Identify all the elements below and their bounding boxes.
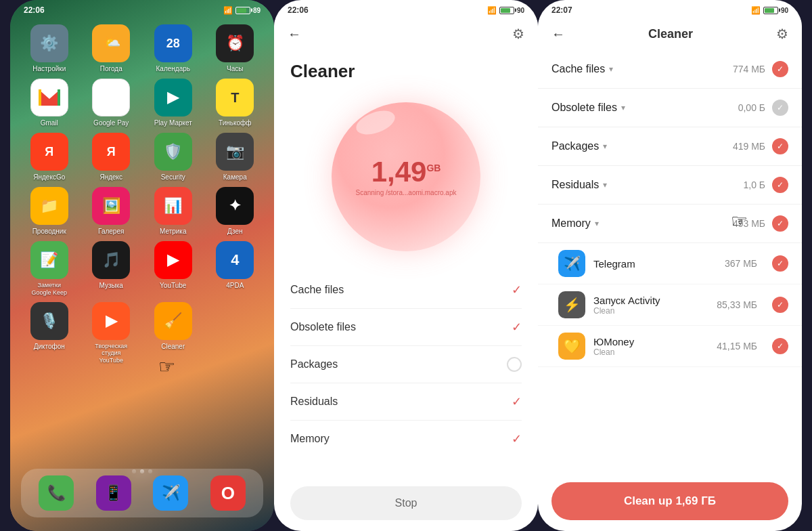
scan-item-residuals: Residuals ✓ <box>290 383 522 421</box>
battery-pct-2: 90 <box>517 7 524 14</box>
svg-rect-3 <box>58 89 60 106</box>
chevron-cache: ▾ <box>609 64 613 74</box>
battery-icon-2 <box>499 7 514 14</box>
cleaner-title-3: Cleaner <box>648 27 693 41</box>
signal-icon-2: 📶 <box>487 6 497 15</box>
cleaner-header-2: ← ⚙ <box>274 18 538 50</box>
dock-phone[interactable]: 📞 <box>39 475 74 511</box>
check-circle-activity[interactable]: ✓ <box>772 297 788 313</box>
scan-item-obsolete: Obsolete files ✓ <box>290 309 522 346</box>
cleaner-header-3: ← Cleaner ⚙ <box>538 18 802 50</box>
settings-icon-2[interactable]: ⚙ <box>512 26 524 42</box>
activity-icon: ⚡ <box>558 291 585 318</box>
result-size-residuals: 1,0 Б <box>743 179 765 190</box>
activity-sub: Clean <box>593 306 708 316</box>
app-security[interactable]: 🛡️ Security <box>145 133 202 182</box>
clean-button[interactable]: Clean up 1,69 ГБ <box>551 482 788 520</box>
dock-telegram[interactable]: ✈️ <box>153 475 188 511</box>
check-cache: ✓ <box>512 282 522 297</box>
result-name-memory: Memory <box>551 217 591 230</box>
result-size-packages: 419 МБ <box>733 141 765 152</box>
telegram-name: Telegram <box>593 258 717 270</box>
app-creative[interactable]: ▶ Творческая студия YouTube <box>83 302 140 364</box>
check-circle-packages[interactable]: ✓ <box>772 138 788 154</box>
app-cleaner[interactable]: 🧹 Cleaner ☞ <box>145 302 202 364</box>
result-packages[interactable]: Packages ▾ 419 МБ ✓ <box>538 127 802 166</box>
dock-opera[interactable]: O <box>210 475 246 511</box>
scan-bubble: 1,49GB Scanning /stora...aomi.macro.apk <box>332 102 480 251</box>
scan-label-packages: Packages <box>290 358 338 370</box>
dock-viber[interactable]: 📱 <box>96 475 131 511</box>
check-circle-residuals[interactable]: ✓ <box>772 177 788 193</box>
signal-icon-3: 📶 <box>751 6 761 15</box>
result-name-obsolete: Obsolete files <box>551 102 617 114</box>
battery-pct-1: 89 <box>253 7 261 14</box>
scan-text: Scanning /stora...aomi.macro.apk <box>356 189 457 196</box>
scan-label-obsolete: Obsolete files <box>290 321 356 333</box>
app-tinkoff[interactable]: Т Тинькофф <box>207 79 264 127</box>
check-circle-cache[interactable]: ✓ <box>772 61 788 77</box>
app-files[interactable]: 📁 Проводник <box>21 187 78 236</box>
check-circle-obsolete[interactable]: ✓ <box>772 100 788 116</box>
result-cache[interactable]: Cache files ▾ 774 МБ ✓ <box>538 50 802 89</box>
check-residuals: ✓ <box>512 394 522 409</box>
app-playmarket[interactable]: ▶ Play Маркет <box>145 79 202 127</box>
result-residuals[interactable]: Residuals ▾ 1,0 Б ✓ <box>538 166 802 205</box>
circle-packages <box>507 357 522 372</box>
app-gallery[interactable]: 🖼️ Галерея <box>83 187 140 236</box>
sub-item-yumoney[interactable]: 💛 ЮMoney Clean 41,15 МБ ✓ <box>538 326 802 367</box>
scan-screen: 22:06 📶 90 ← ⚙ Cleaner 1,49GB Scanning /… <box>274 0 538 531</box>
telegram-size: 367 МБ <box>725 258 757 269</box>
dock-bar: 📞 📱 ✈️ O <box>21 469 263 517</box>
status-time-2: 22:06 <box>288 5 309 15</box>
result-name-residuals: Residuals <box>551 179 599 191</box>
results-screen: 22:07 📶 90 ← Cleaner ⚙ Cache files ▾ 774… <box>538 0 802 531</box>
app-4pda[interactable]: 4 4PDA <box>207 241 264 297</box>
app-weather[interactable]: 🌤️ Погода <box>83 24 140 73</box>
app-yandexgo[interactable]: Я ЯндексGo <box>21 133 78 182</box>
scan-list: Cache files ✓ Obsolete files ✓ Packages … <box>274 272 538 457</box>
result-name-packages: Packages <box>551 140 599 152</box>
cursor-hand-memory: ☞ <box>731 210 748 232</box>
back-button-3[interactable]: ← <box>551 26 565 42</box>
result-size-cache: 774 МБ <box>733 64 765 75</box>
app-dzen[interactable]: ✦ Дзен <box>207 187 264 236</box>
app-grid: ⚙️ Настройки 🌤️ Погода 28 Календарь ⏰ Ча… <box>10 18 274 371</box>
check-obsolete: ✓ <box>512 320 522 335</box>
bubble-size: 1,49GB <box>371 158 441 186</box>
sub-item-activity[interactable]: ⚡ Запуск Activity Clean 85,33 МБ ✓ <box>538 284 802 326</box>
signal-icon: 📶 <box>223 6 233 15</box>
app-metrika[interactable]: 📊 Метрика <box>145 187 202 236</box>
result-name-cache: Cache files <box>551 63 605 75</box>
stop-button[interactable]: Stop <box>290 486 522 520</box>
settings-icon-3[interactable]: ⚙ <box>776 26 788 42</box>
cursor-hand-cleaner: ☞ <box>158 356 175 378</box>
phone-homescreen: 22:06 📶 89 ⚙️ Настройки 🌤️ Погода 28 К <box>10 0 274 531</box>
chevron-residuals: ▾ <box>603 180 607 190</box>
app-music[interactable]: 🎵 Музыка <box>83 241 140 297</box>
app-camera[interactable]: 📷 Камера <box>207 133 264 182</box>
app-clock[interactable]: ⏰ Часы <box>207 24 264 73</box>
activity-size: 85,33 МБ <box>717 299 757 310</box>
scan-item-packages: Packages <box>290 346 522 383</box>
result-obsolete[interactable]: Obsolete files ▾ 0,00 Б ✓ <box>538 89 802 127</box>
check-circle-yumoney[interactable]: ✓ <box>772 338 788 354</box>
result-memory[interactable]: Memory ▾ 493 МБ ✓ ☞ <box>538 205 802 243</box>
app-settings[interactable]: ⚙️ Настройки <box>21 24 78 73</box>
chevron-memory: ▾ <box>595 219 599 228</box>
chevron-packages: ▾ <box>603 142 607 151</box>
app-recorder[interactable]: 🎙️ Диктофон <box>21 302 78 364</box>
check-circle-telegram[interactable]: ✓ <box>772 255 788 272</box>
app-googlepay[interactable]: Google Pay Google Pay <box>83 79 140 127</box>
back-button-2[interactable]: ← <box>288 26 301 42</box>
app-yandex[interactable]: Я Яндекс <box>83 133 140 182</box>
scan-label-cache: Cache files <box>290 284 344 296</box>
app-gmail[interactable]: Gmail <box>21 79 78 127</box>
check-memory: ✓ <box>512 431 522 446</box>
result-size-obsolete: 0,00 Б <box>738 102 765 113</box>
app-youtube[interactable]: ▶ YouTube <box>145 241 202 297</box>
app-notes[interactable]: 📝 Заметки Google Keep <box>21 241 78 297</box>
app-calendar[interactable]: 28 Календарь <box>145 24 202 73</box>
sub-item-telegram[interactable]: ✈️ Telegram 367 МБ ✓ <box>538 243 802 284</box>
check-circle-memory[interactable]: ✓ <box>772 215 788 232</box>
